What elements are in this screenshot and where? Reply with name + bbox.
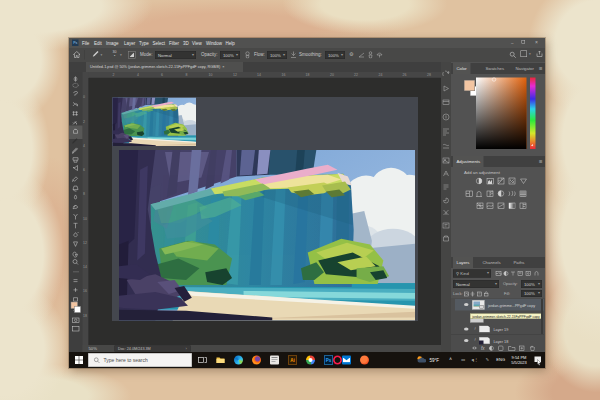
svg-text:fx: fx	[481, 346, 485, 351]
